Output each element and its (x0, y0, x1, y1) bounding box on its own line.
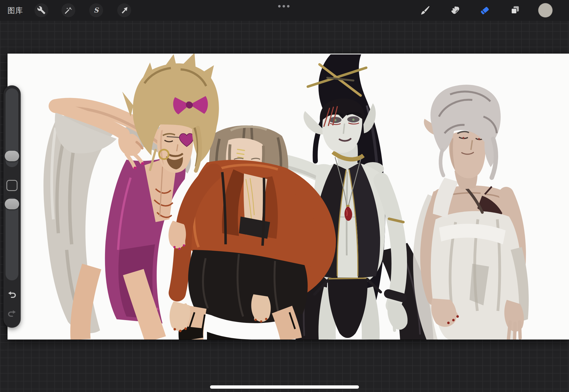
opacity-handle[interactable] (5, 199, 19, 209)
redo-arrow-icon (7, 315, 17, 320)
actions-button[interactable] (34, 3, 48, 17)
ellipsis-icon (278, 5, 281, 7)
wrench-icon (37, 6, 46, 15)
artwork-painting (8, 54, 569, 340)
selection-button[interactable]: S (89, 3, 103, 17)
modify-button[interactable] (6, 180, 18, 191)
smudge-finger-icon (450, 5, 461, 16)
svg-text:S: S (94, 6, 99, 14)
ellipsis-icon (283, 5, 285, 7)
erase-tool-button[interactable] (478, 4, 491, 16)
selection-s-icon: S (92, 6, 101, 15)
top-toolbar: 图库 S (0, 0, 569, 21)
undo-arrow-icon (7, 296, 17, 301)
eraser-icon (479, 5, 490, 16)
adjustments-button[interactable] (61, 3, 75, 17)
gallery-button[interactable]: 图库 (8, 0, 23, 21)
figure-silver-elf (413, 85, 529, 340)
color-swatch-button[interactable] (538, 3, 553, 17)
brush-sidebar (3, 86, 21, 328)
redo-button[interactable] (7, 309, 17, 319)
paintbrush-icon (419, 5, 430, 16)
smudge-tool-button[interactable] (449, 4, 461, 16)
gallery-label: 图库 (8, 6, 23, 16)
transform-arrow-icon (120, 6, 129, 15)
transform-button[interactable] (117, 3, 131, 17)
window-menu-button[interactable] (278, 4, 290, 8)
drawing-canvas[interactable] (8, 54, 569, 340)
procreate-screen: 图库 S (0, 0, 569, 392)
ellipsis-icon (287, 5, 290, 7)
layers-icon (510, 5, 521, 16)
opacity-slider[interactable] (6, 198, 18, 280)
undo-button[interactable] (7, 290, 17, 300)
figure-rust-jacket (169, 125, 327, 340)
layers-button[interactable] (509, 4, 521, 16)
home-indicator[interactable] (210, 385, 359, 389)
magic-wand-icon (64, 6, 73, 15)
brush-size-handle[interactable] (5, 151, 19, 161)
paint-tool-button[interactable] (419, 4, 431, 16)
